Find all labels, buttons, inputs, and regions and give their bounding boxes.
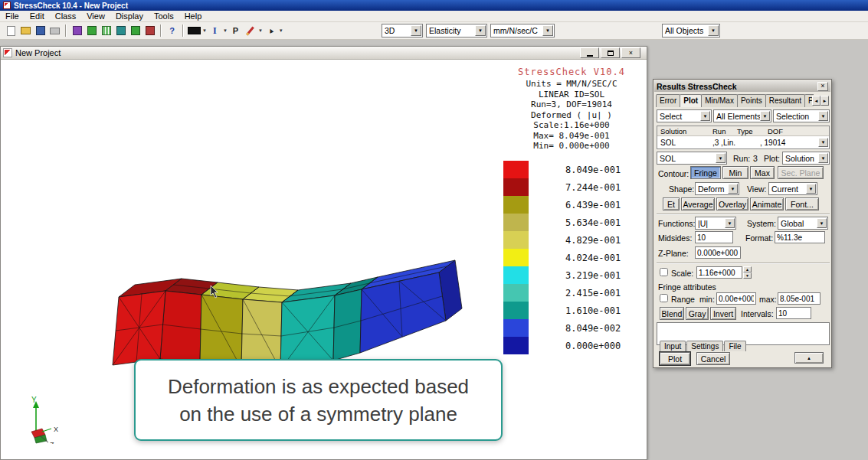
solution-select[interactable]: SOL ▼ (657, 152, 727, 165)
close-button[interactable]: × (621, 47, 640, 58)
mesh-icon[interactable] (100, 24, 113, 38)
open-project-icon[interactable] (19, 24, 32, 38)
gray-button[interactable]: Gray (686, 307, 709, 320)
system-select[interactable]: Global ▼ (778, 217, 828, 230)
spin-down-icon[interactable]: ▼ (743, 272, 752, 279)
intervals-input[interactable] (776, 307, 811, 319)
color-swatch-icon[interactable] (188, 24, 201, 38)
model-viewport[interactable]: StressCheck V10.4 Units = MM/N/SEC/C LIN… (1, 60, 647, 459)
range-min-input[interactable] (716, 292, 756, 305)
scale-checkbox[interactable] (660, 268, 668, 276)
chevron-down-icon: ▼ (725, 218, 735, 228)
plot-type-select[interactable]: Solution ▼ (782, 152, 830, 165)
tab-scroll-left-icon[interactable]: ◄ (812, 96, 821, 106)
menu-view[interactable]: View (87, 11, 105, 21)
function-select[interactable]: |U| ▼ (695, 217, 736, 230)
app-title-bar[interactable]: StressCheck 10.4 - New Project (0, 0, 868, 11)
zplane-input[interactable] (695, 246, 741, 259)
solution-table[interactable]: Solution Run Type DOF SOL ,3 ,Lin. , 190… (657, 126, 830, 149)
objects-select[interactable]: All Objects ▼ (662, 24, 720, 38)
discipline-select[interactable]: Elasticity ▼ (426, 24, 487, 38)
results-icon[interactable] (129, 24, 142, 38)
midsides-input[interactable] (695, 231, 733, 243)
chevron-down-icon[interactable]: ▼ (279, 28, 283, 33)
max-button[interactable]: Max (750, 166, 775, 179)
plot-button[interactable]: Plot (660, 352, 690, 365)
info-line: Run=3, DOF=19014 (503, 100, 640, 110)
fringe-attributes-label: Fringe attributes (658, 282, 716, 292)
tab-scroll-right-icon[interactable]: ► (821, 96, 829, 106)
format-input[interactable] (775, 231, 825, 243)
tab-file[interactable]: File (724, 341, 745, 351)
triad-z-label: Z (50, 441, 54, 444)
invert-button[interactable]: Invert (710, 307, 736, 320)
menu-tools[interactable]: Tools (154, 11, 174, 21)
report-icon[interactable] (143, 24, 156, 38)
menu-display[interactable]: Display (116, 11, 143, 21)
database-icon[interactable] (70, 24, 84, 38)
menu-help[interactable]: Help (185, 11, 202, 21)
font-button[interactable]: Font... (785, 197, 819, 210)
tab-points[interactable]: Points (737, 94, 766, 107)
model-icon[interactable] (85, 24, 98, 38)
collapse-button[interactable]: ▲ (794, 352, 824, 364)
help-icon[interactable]: ? (165, 24, 179, 38)
dialog-close-button[interactable]: × (817, 82, 828, 91)
legend-swatch (503, 231, 529, 249)
points-icon[interactable]: P (229, 24, 242, 38)
tab-resultant[interactable]: Resultant (765, 94, 805, 107)
chevron-down-icon[interactable]: ▼ (223, 28, 228, 33)
minimize-button[interactable] (580, 47, 599, 58)
et-button[interactable]: Et (663, 197, 680, 210)
chevron-down-icon[interactable]: ▼ (818, 138, 828, 147)
shape-select[interactable]: Deform ▼ (695, 182, 739, 195)
pencil-icon[interactable] (244, 24, 257, 38)
tab-error[interactable]: Error (656, 94, 680, 107)
pick-icon[interactable]: ▲ (264, 24, 277, 38)
range-checkbox[interactable] (660, 294, 668, 302)
view-select[interactable]: Current ▼ (768, 182, 817, 195)
dimension-select[interactable]: 3D ▼ (382, 24, 423, 38)
model-3d[interactable] (108, 205, 468, 381)
save-icon[interactable] (34, 24, 47, 38)
chevron-down-icon[interactable]: ▼ (258, 28, 263, 33)
elements-select[interactable]: All Elements ▼ (713, 109, 771, 122)
overlay-button[interactable]: Overlay (716, 197, 748, 210)
tab-minmax[interactable]: Min/Max (701, 94, 738, 107)
fringe-button[interactable]: Fringe (690, 166, 721, 179)
legend-label: 0.000e+000 (565, 341, 621, 351)
new-document-icon[interactable] (5, 24, 18, 38)
min-button[interactable]: Min (722, 166, 748, 179)
scale-input[interactable] (696, 266, 742, 279)
solve-icon[interactable] (114, 24, 127, 38)
chevron-down-icon[interactable]: ▼ (202, 28, 207, 33)
fringe-legend: 8.049e-001 7.244e-001 6.439e-001 5.634e-… (503, 161, 621, 354)
menu-file[interactable]: File (5, 11, 19, 21)
print-icon[interactable] (48, 24, 61, 38)
tab-plot[interactable]: Plot (680, 94, 702, 107)
select-method-select[interactable]: Select ▼ (657, 109, 712, 122)
restore-button[interactable] (601, 47, 620, 58)
tab-settings[interactable]: Settings (686, 341, 723, 351)
solution-table-header: Solution Run Type DOF (657, 126, 829, 136)
blend-button[interactable]: Blend (660, 307, 684, 320)
range-max-input[interactable] (778, 292, 821, 305)
spin-up-icon[interactable]: ▲ (743, 266, 752, 272)
menu-class[interactable]: Class (55, 11, 77, 21)
cancel-button[interactable]: Cancel (696, 352, 730, 365)
menu-edit[interactable]: Edit (30, 11, 44, 21)
tab-input[interactable]: Input (660, 341, 686, 351)
chevron-down-icon: ▼ (818, 111, 828, 121)
document-title-bar[interactable]: New Project × (1, 47, 647, 60)
solution-table-row[interactable]: SOL ,3 ,Lin. , 19014 ▼ (657, 136, 829, 148)
ibeam-text-icon[interactable]: I (208, 24, 221, 38)
chevron-down-icon: ▼ (760, 111, 770, 121)
legend-row: 0.000e+000 (503, 337, 621, 354)
animate-button[interactable]: Animate (750, 197, 784, 210)
dialog-title-bar[interactable]: Results StressCheck × (654, 80, 830, 92)
average-button[interactable]: Average (681, 197, 715, 210)
range-label: Range (671, 295, 695, 304)
triad-y-label: Y (31, 396, 37, 404)
units-select[interactable]: mm/N/sec/C ▼ (490, 24, 555, 38)
selection-select[interactable]: Selection ▼ (773, 109, 830, 122)
